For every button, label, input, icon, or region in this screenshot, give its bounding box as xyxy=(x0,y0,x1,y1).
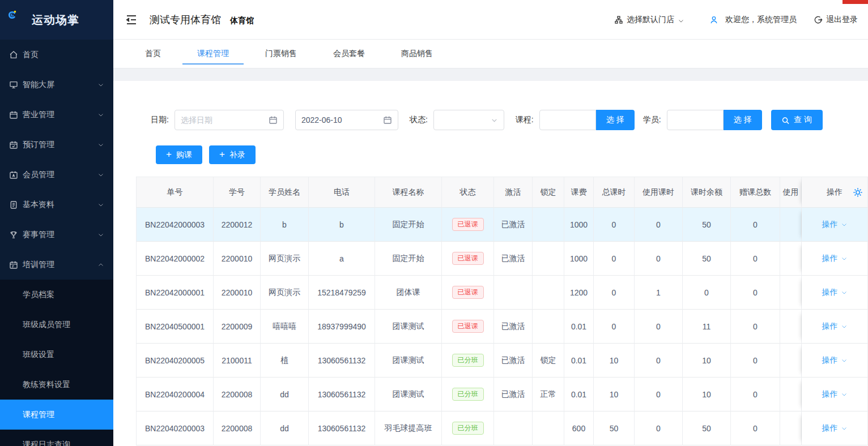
table-cell: 0 xyxy=(594,242,635,276)
table-row: BN220420000032200012bb固定开始已退课已激活10000050… xyxy=(136,208,868,242)
student-select-button[interactable]: 选 择 xyxy=(724,110,762,130)
sidebar-subitem[interactable]: 班级成员管理 xyxy=(0,310,113,340)
tab-门票销售[interactable]: 门票销售 xyxy=(261,40,301,68)
trophy-icon xyxy=(9,230,18,239)
table-cell: 18937999490 xyxy=(309,310,375,344)
course-input[interactable] xyxy=(539,110,596,130)
table-cell: 已退课 xyxy=(442,276,494,310)
sidebar-subitem[interactable]: 班级设置 xyxy=(0,340,113,370)
table-cell: 0 xyxy=(635,310,683,344)
sidebar-subitem-label: 课程日志查询 xyxy=(23,440,70,446)
table-cell: 10 xyxy=(683,378,731,411)
row-action-button[interactable]: 操作 xyxy=(822,389,848,400)
logo: 运动场掌 xyxy=(0,0,113,40)
table-cell: 50 xyxy=(683,242,731,276)
app-window: 运动场掌 首页智能大屏营业管理预订管理会员管理基本资料赛事管理培训管理学员档案班… xyxy=(0,0,868,446)
sidebar-item-label: 基本资料 xyxy=(23,200,97,210)
table-cell: 已退课 xyxy=(442,242,494,276)
date-end-field[interactable] xyxy=(301,115,383,125)
column-header: 课程名称 xyxy=(375,177,442,208)
sidebar-item[interactable]: 基本资料 xyxy=(0,190,113,220)
table-cell: 1 xyxy=(635,276,683,310)
search-button[interactable]: 查 询 xyxy=(771,110,823,130)
course-field[interactable] xyxy=(546,115,590,125)
table-cell xyxy=(494,411,533,445)
logout-button[interactable]: 退出登录 xyxy=(814,15,858,25)
column-header: 课时余额 xyxy=(683,177,731,208)
row-action-button[interactable]: 操作 xyxy=(822,220,848,230)
chevron-down-icon xyxy=(841,391,848,398)
sidebar-item[interactable]: 首页 xyxy=(0,40,113,70)
table-cell: BN22042000002 xyxy=(136,242,214,276)
table-cell xyxy=(533,276,564,310)
column-header: 使用课时 xyxy=(635,177,683,208)
chevron-down-icon xyxy=(841,289,848,296)
tab-课程管理[interactable]: 课程管理 xyxy=(193,40,233,68)
table-cell: 10 xyxy=(683,344,731,378)
row-action-button[interactable]: 操作 xyxy=(822,423,848,434)
column-header: 状态 xyxy=(442,177,494,208)
calendar-icon xyxy=(9,110,18,119)
venue-subtitle: 体育馆 xyxy=(230,16,254,26)
table-cell xyxy=(494,276,533,310)
user-icon xyxy=(709,15,718,24)
column-header: 电话 xyxy=(309,177,375,208)
search-button-label: 查 询 xyxy=(794,115,812,125)
sidebar-subitem-label: 学员档案 xyxy=(23,290,54,300)
notification-strip xyxy=(843,0,868,4)
table-cell xyxy=(780,378,802,411)
row-action-button[interactable]: 操作 xyxy=(822,288,848,298)
sidebar-subitem[interactable]: 学员档案 xyxy=(0,280,113,310)
table-cell: b xyxy=(261,208,309,242)
logout-icon xyxy=(814,15,823,24)
course-select-button[interactable]: 选 择 xyxy=(596,110,635,130)
status-badge: 已分班 xyxy=(452,354,484,367)
table-cell: 0 xyxy=(594,276,635,310)
tab-会员套餐[interactable]: 会员套餐 xyxy=(329,40,369,68)
chevron-down-icon xyxy=(841,221,848,228)
chevron-down-icon xyxy=(97,82,104,88)
date-start-field[interactable] xyxy=(181,115,269,125)
row-action-button[interactable]: 操作 xyxy=(822,355,848,366)
sidebar-subitem[interactable]: 课程管理 xyxy=(0,400,113,430)
tab-首页[interactable]: 首页 xyxy=(141,40,165,68)
sidebar-item[interactable]: 培训管理 xyxy=(0,250,113,280)
table-cell xyxy=(780,344,802,378)
table-cell: 15218479259 xyxy=(309,276,375,310)
table-cell: 2200008 xyxy=(214,378,261,411)
student-input[interactable] xyxy=(667,110,724,130)
sidebar-subitem[interactable]: 教练资料设置 xyxy=(0,370,113,400)
table-cell xyxy=(780,276,802,310)
chevron-down-icon xyxy=(841,255,848,262)
column-header: 课费 xyxy=(564,177,594,208)
calendar-icon xyxy=(269,115,278,125)
gear-icon[interactable] xyxy=(853,187,863,198)
row-action-button[interactable]: 操作 xyxy=(822,321,848,332)
sidebar-item-label: 培训管理 xyxy=(23,260,97,270)
chevron-down-icon xyxy=(97,141,104,148)
status-select[interactable] xyxy=(433,110,504,130)
chevron-up-icon xyxy=(97,261,104,268)
store-selector[interactable]: 选择默认门店 xyxy=(614,15,684,25)
makeup-entry-button[interactable]: + 补录 xyxy=(209,145,256,164)
user-info: 欢迎您，系统管理员 xyxy=(709,15,797,25)
menu-fold-icon[interactable] xyxy=(125,13,138,27)
chevron-down-icon xyxy=(841,357,848,364)
date-label: 日期: xyxy=(151,115,169,125)
row-action-button[interactable]: 操作 xyxy=(822,254,848,264)
sidebar-subitem[interactable]: 课程日志查询 xyxy=(0,430,113,446)
column-header: 总课时 xyxy=(594,177,635,208)
sidebar-item[interactable]: 会员管理 xyxy=(0,160,113,190)
buy-course-button[interactable]: + 购课 xyxy=(156,145,202,164)
date-start-input[interactable] xyxy=(175,110,284,130)
table-cell: 团体课 xyxy=(375,276,442,310)
table-cell: 操作 xyxy=(802,378,868,411)
sidebar-item[interactable]: 营业管理 xyxy=(0,100,113,130)
sidebar-item[interactable]: 智能大屏 xyxy=(0,70,113,100)
sidebar-item[interactable]: 赛事管理 xyxy=(0,220,113,250)
date-end-input[interactable] xyxy=(295,110,398,130)
tab-商品销售[interactable]: 商品销售 xyxy=(397,40,437,68)
table-cell: 操作 xyxy=(802,411,868,445)
sidebar-item[interactable]: 预订管理 xyxy=(0,130,113,160)
student-field[interactable] xyxy=(673,115,717,125)
